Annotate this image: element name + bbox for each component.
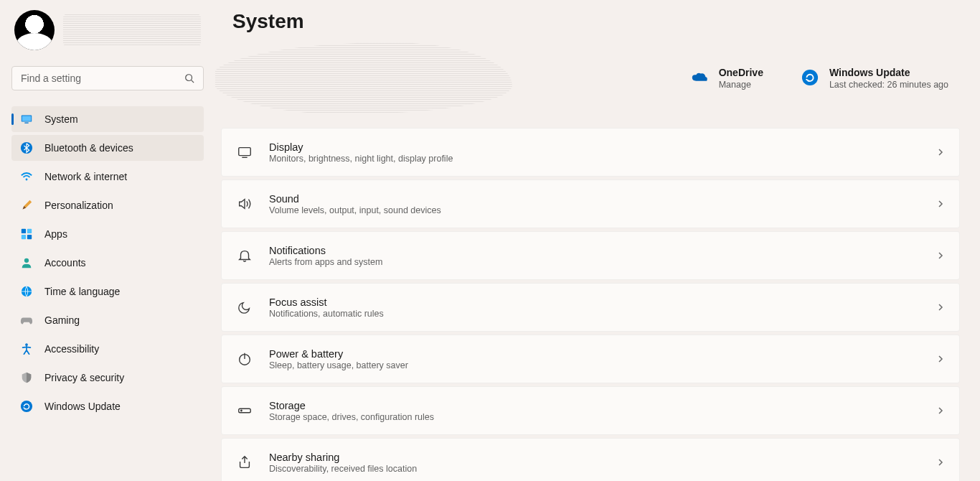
update-circle-icon xyxy=(801,68,819,87)
setting-text: Sound Volume levels, output, input, soun… xyxy=(269,193,920,215)
nav-item-accounts[interactable]: Accounts xyxy=(11,250,204,276)
chevron-right-icon xyxy=(936,355,945,363)
shield-icon xyxy=(20,371,33,384)
svg-point-14 xyxy=(21,401,32,412)
setting-nearby-sharing[interactable]: Nearby sharing Discoverability, received… xyxy=(221,438,960,481)
widget-text: Windows Update Last checked: 26 minutes … xyxy=(829,67,948,90)
update-icon xyxy=(20,400,33,413)
nav-label: Time & language xyxy=(44,286,120,297)
avatar xyxy=(14,10,55,50)
setting-sound[interactable]: Sound Volume levels, output, input, soun… xyxy=(221,179,960,228)
nav-label: Personalization xyxy=(44,200,113,211)
nav-item-update[interactable]: Windows Update xyxy=(11,393,204,419)
svg-point-6 xyxy=(26,179,28,181)
setting-text: Nearby sharing Discoverability, received… xyxy=(269,452,920,474)
bell-icon xyxy=(236,247,253,264)
svg-rect-4 xyxy=(24,123,28,123)
svg-rect-16 xyxy=(239,148,251,156)
search-icon xyxy=(184,73,194,83)
nav-item-apps[interactable]: Apps xyxy=(11,221,204,247)
nav-item-time[interactable]: Time & language xyxy=(11,279,204,304)
nav-item-bluetooth[interactable]: Bluetooth & devices xyxy=(11,135,204,161)
svg-rect-10 xyxy=(27,235,32,239)
setting-text: Power & battery Sleep, battery usage, ba… xyxy=(269,348,920,370)
chevron-right-icon xyxy=(936,303,945,312)
nav-label: System xyxy=(44,113,78,125)
nav-label: Windows Update xyxy=(44,401,121,412)
setting-title: Storage xyxy=(269,400,920,411)
nav-item-personalization[interactable]: Personalization xyxy=(11,192,204,218)
widget-title: Windows Update xyxy=(829,67,948,78)
nav-list: System Bluetooth & devices Network & int… xyxy=(11,106,204,419)
accessibility-icon xyxy=(20,342,33,355)
nav-item-accessibility[interactable]: Accessibility xyxy=(11,336,204,362)
nav-item-gaming[interactable]: Gaming xyxy=(11,307,204,333)
setting-power[interactable]: Power & battery Sleep, battery usage, ba… xyxy=(221,335,960,383)
sound-icon xyxy=(236,195,253,213)
windows-update-widget[interactable]: Windows Update Last checked: 26 minutes … xyxy=(801,67,948,90)
device-info-redacted xyxy=(215,42,512,114)
sidebar: System Bluetooth & devices Network & int… xyxy=(0,0,215,481)
chevron-right-icon xyxy=(936,406,945,415)
setting-text: Focus assist Notifications, automatic ru… xyxy=(269,296,920,319)
main-content: System OneDrive Manage Windows Update La xyxy=(215,0,980,481)
nav-item-system[interactable]: System xyxy=(11,106,204,132)
nav-item-privacy[interactable]: Privacy & security xyxy=(11,365,204,391)
search-input-container[interactable] xyxy=(11,66,204,90)
chevron-right-icon xyxy=(936,148,945,157)
setting-desc: Monitors, brightness, night light, displ… xyxy=(269,154,920,164)
setting-storage[interactable]: Storage Storage space, drives, configura… xyxy=(221,386,960,435)
setting-title: Notifications xyxy=(269,245,920,256)
chevron-right-icon xyxy=(936,458,945,467)
chevron-right-icon xyxy=(936,251,945,260)
setting-title: Focus assist xyxy=(269,296,920,308)
profile-section[interactable] xyxy=(11,7,204,53)
paintbrush-icon xyxy=(20,199,33,212)
setting-title: Power & battery xyxy=(269,348,920,360)
widget-title: OneDrive xyxy=(719,67,763,78)
nav-label: Accessibility xyxy=(44,343,99,355)
svg-rect-7 xyxy=(22,229,26,233)
storage-icon xyxy=(236,402,253,419)
header-row: OneDrive Manage Windows Update Last chec… xyxy=(221,39,960,118)
header-widgets: OneDrive Manage Windows Update Last chec… xyxy=(690,67,960,90)
setting-desc: Sleep, battery usage, battery saver xyxy=(269,360,920,370)
chevron-right-icon xyxy=(936,200,945,208)
setting-notifications[interactable]: Notifications Alerts from apps and syste… xyxy=(221,231,960,280)
person-icon xyxy=(20,256,33,269)
moon-icon xyxy=(236,299,253,316)
nav-label: Privacy & security xyxy=(44,372,124,383)
nav-label: Accounts xyxy=(44,257,86,268)
share-icon xyxy=(236,454,253,471)
system-icon xyxy=(20,113,33,126)
svg-rect-8 xyxy=(27,229,32,233)
setting-display[interactable]: Display Monitors, brightness, night ligh… xyxy=(221,128,960,177)
setting-desc: Storage space, drives, configuration rul… xyxy=(269,412,920,422)
svg-point-21 xyxy=(241,410,242,411)
gamepad-icon xyxy=(20,314,33,327)
setting-desc: Notifications, automatic rules xyxy=(269,309,920,319)
setting-title: Sound xyxy=(269,193,920,205)
profile-name-redacted xyxy=(63,14,201,47)
svg-point-13 xyxy=(25,343,28,346)
onedrive-icon xyxy=(690,68,709,87)
setting-text: Storage Storage space, drives, configura… xyxy=(269,400,920,422)
nav-item-network[interactable]: Network & internet xyxy=(11,164,204,190)
nav-label: Bluetooth & devices xyxy=(44,142,133,154)
svg-point-11 xyxy=(24,258,29,263)
display-icon xyxy=(236,144,253,161)
setting-desc: Discoverability, received files location xyxy=(269,464,920,474)
svg-point-15 xyxy=(802,70,818,85)
svg-point-0 xyxy=(186,75,192,81)
widget-text: OneDrive Manage xyxy=(719,67,763,90)
nav-label: Gaming xyxy=(44,314,80,326)
onedrive-widget[interactable]: OneDrive Manage xyxy=(690,67,763,90)
power-icon xyxy=(236,350,253,368)
svg-rect-3 xyxy=(22,116,32,121)
setting-focus-assist[interactable]: Focus assist Notifications, automatic ru… xyxy=(221,283,960,332)
search-input[interactable] xyxy=(21,73,184,84)
settings-list: Display Monitors, brightness, night ligh… xyxy=(221,128,960,481)
nav-label: Apps xyxy=(44,228,67,240)
wifi-icon xyxy=(20,170,33,183)
setting-text: Notifications Alerts from apps and syste… xyxy=(269,245,920,267)
